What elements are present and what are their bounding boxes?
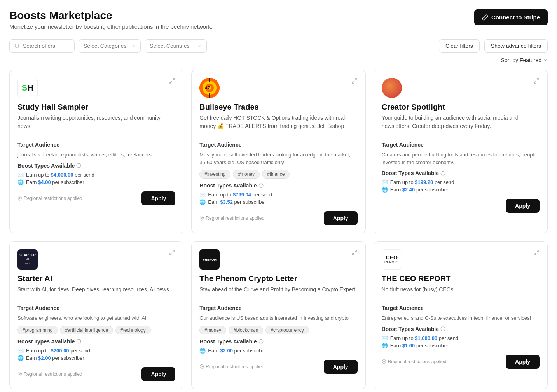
card-title: Starter AI (17, 274, 175, 283)
apply-button[interactable]: Apply (506, 199, 540, 213)
svg-point-43 (383, 360, 384, 362)
svg-text:AZ: AZ (205, 86, 210, 90)
envelope-icon: ✉️ (382, 179, 388, 185)
globe-icon: 🌐 (199, 348, 206, 354)
filters-bar: Select Categories Select Countries Clear… (9, 39, 548, 52)
tag: #investing (199, 170, 230, 178)
page-title: Boosts Marketplace (9, 9, 213, 22)
earn-sub-row: 🌐 Earn $2.00 per subscriber (17, 355, 175, 361)
svg-line-33 (352, 253, 354, 255)
categories-select[interactable]: Select Categories (79, 39, 141, 52)
expand-icon[interactable] (533, 249, 540, 257)
info-icon (76, 163, 81, 168)
svg-line-38 (537, 250, 539, 252)
info-icon (440, 326, 445, 331)
sort-by-select[interactable]: Sort by Featured (501, 57, 548, 63)
tags: #money#blockchain#cryptocurrency (199, 326, 357, 334)
search-input-wrap[interactable] (9, 39, 75, 52)
card-header: STARTERAIDEV (17, 249, 175, 270)
earn-send-row: ✉️ Earn up to $4,000.00 per send (17, 172, 175, 178)
tags: #investing#money#finance (199, 170, 357, 178)
earn-send-row: ✉️ Earn up to $799.04 per send (199, 192, 357, 198)
search-icon (14, 43, 20, 49)
tag: #money (233, 170, 260, 178)
svg-line-16 (352, 81, 354, 83)
search-input[interactable] (23, 43, 70, 49)
svg-line-26 (173, 250, 175, 252)
card-header: PHENOM (199, 249, 357, 270)
advance-filters-button[interactable]: Show advance filters (484, 39, 548, 52)
earn-sub-text: Earn $2.40 per subscriber (390, 187, 449, 192)
earn-send-text: Earn up to $4,000.00 per send (26, 172, 94, 178)
connect-to-stripe-button[interactable]: Connect to Stripe (474, 9, 548, 25)
boost-types-label: Boost Types Available (17, 338, 175, 345)
apply-button[interactable]: Apply (324, 360, 358, 374)
regional-note: Regional restrictions applied (199, 215, 264, 221)
target-audience-label: Target Audience (17, 305, 175, 311)
boost-types-label: Boost Types Available (382, 326, 540, 332)
offers-grid: SH Study Hall Sampler Journalism writing… (9, 70, 548, 389)
card-footer: Regional restrictions applied Apply (382, 355, 540, 369)
card-desc: Journalism writing opportunities, resour… (17, 114, 175, 130)
page-subtitle: Monetize your newsletter by boosting oth… (9, 23, 213, 30)
globe-icon: 🌐 (17, 355, 24, 361)
earn-send-text: Earn up to $199.20 per send (390, 179, 454, 185)
expand-icon[interactable] (351, 249, 358, 257)
earn-send-text: Earn up to $1,600.00 per send (390, 335, 459, 341)
target-audience-text: Mostly male, self-directed traders looki… (199, 151, 357, 166)
earn-sub-row: 🌐 Earn $3.52 per subscriber (199, 199, 357, 205)
tag: #technology (115, 326, 151, 334)
expand-icon[interactable] (169, 78, 175, 85)
apply-button[interactable]: Apply (141, 367, 175, 381)
card-title: Bullseye Trades (199, 103, 357, 112)
tag: #programming (17, 326, 58, 334)
card-ceo-report: CEO REPORT THE CEO REPORT No fluff news … (374, 241, 548, 389)
info-icon (440, 171, 445, 176)
card-starter-ai: STARTERAIDEV Starter AI Start with AI, f… (9, 241, 183, 389)
pin-icon (17, 372, 22, 376)
earn-sub-text: Earn $4.00 per subscriber (26, 179, 84, 185)
target-audience-text: journalists, freelance journalists, writ… (17, 151, 175, 159)
target-audience-label: Target Audience (199, 305, 357, 311)
expand-icon[interactable] (351, 78, 358, 85)
target-audience-label: Target Audience (17, 142, 175, 148)
apply-button[interactable]: Apply (324, 211, 358, 225)
svg-line-22 (534, 81, 536, 83)
svg-line-3 (170, 81, 172, 83)
apply-button[interactable]: Apply (506, 355, 540, 369)
envelope-icon: ✉️ (17, 348, 24, 354)
expand-icon[interactable] (169, 249, 175, 257)
regional-note: Regional restrictions applied (17, 371, 82, 377)
card-desc: Stay ahead of the Curve and Profit by Be… (199, 285, 357, 294)
globe-icon: 🌐 (382, 187, 388, 192)
clear-filters-button[interactable]: Clear filters (439, 39, 480, 52)
envelope-icon: ✉️ (382, 335, 388, 341)
chevron-down-icon (131, 44, 136, 48)
svg-line-32 (355, 250, 357, 252)
svg-point-31 (19, 373, 21, 374)
card-title: THE CEO REPORT (382, 274, 540, 283)
card-header: SH (17, 78, 175, 98)
envelope-icon: ✉️ (17, 172, 24, 178)
earn-sub-text: Earn $3.52 per subscriber (208, 199, 266, 205)
pin-icon (199, 216, 204, 220)
apply-button[interactable]: Apply (141, 191, 175, 205)
expand-icon[interactable] (533, 78, 540, 85)
countries-select[interactable]: Select Countries (145, 39, 207, 52)
pin-icon (382, 359, 386, 364)
boost-types-label: Boost Types Available (199, 182, 357, 189)
earn-sub-text: Earn $2.00 per subscriber (208, 348, 266, 354)
earn-sub-row: 🌐 Earn $2.00 per subscriber (199, 348, 357, 354)
pin-icon (199, 364, 204, 369)
card-footer: Regional restrictions applied Apply (199, 360, 357, 374)
card-desc: No fluff news for (busy) CEOs (382, 285, 540, 294)
target-audience-label: Target Audience (382, 142, 540, 148)
tag: #artificial intelligence (60, 326, 113, 334)
target-audience-text: Our audience is US based adults interest… (199, 314, 357, 322)
sort-chevron-icon (543, 58, 548, 63)
card-desc: Your guide to building an audience with … (382, 114, 540, 130)
chevron-down-icon-2 (197, 44, 202, 48)
card-footer: Regional restrictions applied Apply (17, 367, 175, 381)
svg-line-15 (355, 79, 357, 80)
svg-point-0 (15, 44, 19, 47)
